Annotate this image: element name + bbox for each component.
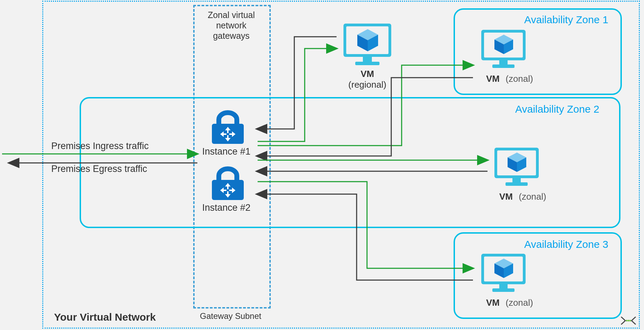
gateway-instance-2-icon — [207, 164, 249, 204]
svg-rect-24 — [512, 178, 521, 182]
vm-zone2-icon — [492, 146, 541, 191]
vm-z1-title: VM — [486, 73, 500, 84]
vm-z2-title: VM — [499, 191, 513, 202]
vm-zone3-icon — [479, 252, 528, 297]
vm-z3-sub: (zonal) — [506, 297, 533, 308]
corner-badge-icon — [619, 315, 638, 327]
svg-rect-25 — [506, 182, 528, 186]
zone3-title: Availability Zone 3 — [524, 238, 608, 250]
vm-z1-sub: (zonal) — [506, 73, 533, 84]
vm-zone1-label: VM (zonal) — [486, 73, 533, 84]
vm-z3-title: VM — [486, 297, 500, 308]
svg-rect-31 — [499, 284, 508, 288]
svg-rect-10 — [363, 57, 372, 62]
vm-regional-icon — [341, 21, 393, 71]
gateway-title: Zonal virtual network gateways — [197, 10, 266, 41]
egress-label: Premises Egress traffic — [51, 164, 147, 174]
ingress-label: Premises Ingress traffic — [51, 141, 149, 151]
vm-zone3-label: VM (zonal) — [486, 297, 533, 308]
instance2-label: Instance #2 — [202, 202, 251, 213]
svg-rect-18 — [492, 64, 515, 68]
diagram-canvas: Your Virtual Network Zonal virtual netwo… — [0, 0, 644, 330]
vm-regional-label: VM (regional) — [341, 69, 393, 90]
svg-point-40 — [626, 320, 628, 322]
zone2-title: Availability Zone 2 — [515, 103, 599, 115]
instance1-label: Instance #1 — [202, 146, 251, 157]
vnet-title: Your Virtual Network — [54, 311, 156, 323]
zone1-title: Availability Zone 1 — [524, 14, 608, 26]
vm-regional-subtitle: (regional) — [348, 79, 386, 90]
vm-regional-title: VM — [361, 69, 374, 79]
svg-rect-11 — [355, 62, 379, 65]
svg-point-42 — [629, 320, 631, 322]
vm-zone1-icon — [479, 28, 528, 73]
gateway-subnet-label: Gateway Subnet — [193, 311, 268, 321]
vm-zone2-label: VM (zonal) — [499, 191, 546, 202]
svg-rect-17 — [499, 60, 508, 64]
vm-z2-sub: (zonal) — [519, 191, 546, 202]
svg-point-41 — [628, 320, 629, 322]
svg-rect-32 — [492, 288, 515, 292]
gateway-instance-1-icon — [207, 108, 249, 148]
